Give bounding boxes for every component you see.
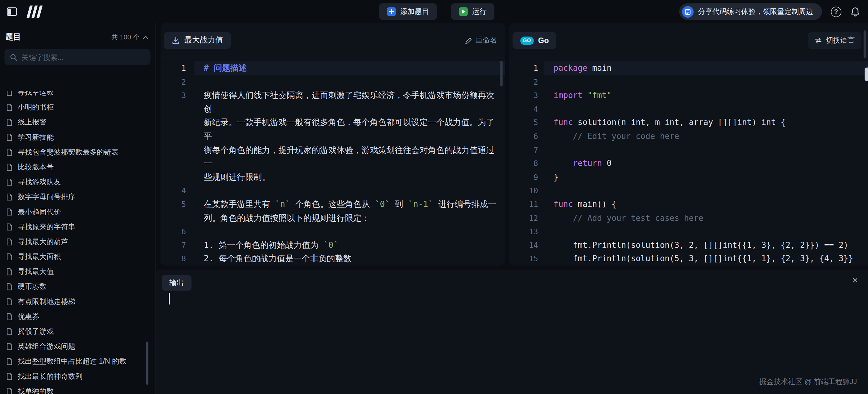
line-content: 疫情使得人们线下社交隔离，进而刺激了宅娱乐经济，令手机游戏市场份额再次创	[194, 89, 505, 116]
document-icon	[6, 148, 13, 156]
switch-language-button[interactable]: 切换语言	[807, 32, 861, 49]
bell-icon[interactable]	[850, 6, 860, 17]
code-editor-scrollbar[interactable]	[864, 30, 866, 58]
editor-line: 82. 每个角色的战力值是一个非负的整数	[160, 252, 505, 266]
share-banner[interactable]: 分享代码练习体验，领限量定制周边	[679, 3, 822, 20]
language-label: Go	[538, 36, 549, 45]
sidebar-item-label: 有点限制地走楼梯	[18, 297, 75, 306]
line-number	[160, 143, 193, 170]
problem-panel: 最大战力值 重命名 1# 问题描述23疫情使得人们线下社交隔离，进而刺激了宅娱乐…	[160, 23, 505, 266]
sidebar-item[interactable]: 摇骰子游戏	[0, 324, 155, 339]
sidebar-item-label: 比较版本号	[18, 162, 54, 172]
output-panel[interactable]: 输出 × 掘金技术社区 @ 前端工程狮JJ	[156, 270, 868, 394]
editor-line: 3import "fmt"	[509, 89, 868, 102]
search-input[interactable]	[22, 53, 145, 61]
sidebar-item[interactable]: 小明的书柜	[0, 99, 155, 115]
line-content: func solution(n int, m int, array [][]in…	[544, 116, 868, 130]
sidebar: 题目 共 100 个 寻找幸运数小明的书柜线上报警学习新技能寻找包含斐波那契数最…	[0, 23, 155, 394]
problem-editor[interactable]: 1# 问题描述23疫情使得人们线下社交隔离，进而刺激了宅娱乐经济，令手机游戏市场…	[160, 58, 505, 266]
editor-line: 13	[509, 225, 868, 239]
juejin-logo[interactable]	[25, 5, 44, 18]
line-number: 2	[160, 75, 193, 89]
sidebar-item[interactable]: 寻找幸运数	[0, 91, 155, 100]
line-number: 14	[509, 239, 544, 252]
sidebar-item-label: 寻找最大面积	[18, 252, 61, 262]
sidebar-item-label: 学习新技能	[18, 132, 54, 142]
document-icon	[6, 327, 13, 335]
code-panel: GO Go 切换语言 1package main23import "fmt"45…	[509, 23, 868, 266]
line-content: fmt.Println(solution(3, 2, [][]int{{1, 3…	[544, 239, 868, 252]
collapse-sidebar-button[interactable]	[4, 4, 19, 19]
editor-line: 6	[160, 225, 505, 239]
language-button[interactable]: GO Go	[513, 32, 557, 49]
sidebar-item[interactable]: 线上报警	[0, 115, 155, 129]
sidebar-item[interactable]: 寻找最大面积	[0, 249, 155, 264]
sidebar-item[interactable]: 寻找最大值	[0, 264, 155, 279]
problem-title-button[interactable]: 最大战力值	[164, 32, 231, 49]
sidebar-item-label: 寻找最大的葫芦	[18, 237, 68, 247]
document-icon	[6, 372, 13, 380]
sidebar-item[interactable]: 寻找最大的葫芦	[0, 234, 155, 249]
editor-line: 衡每个角色的能力，提升玩家的游戏体验，游戏策划往往会对角色的战力值通过一	[160, 143, 505, 170]
line-number	[160, 116, 193, 143]
editor-line: 2	[160, 75, 505, 89]
sidebar-item-label: 寻找原来的字符串	[18, 222, 75, 232]
sidebar-scrollbar[interactable]	[146, 341, 148, 385]
line-content	[544, 184, 868, 198]
close-icon[interactable]: ×	[852, 275, 858, 285]
line-content: import "fmt"	[544, 89, 868, 102]
problem-editor-scrollbar[interactable]	[500, 61, 502, 86]
switch-language-label: 切换语言	[826, 35, 855, 45]
sidebar-item[interactable]: 寻找包含斐波那契数最多的链表	[0, 145, 155, 159]
sidebar-item-label: 找出整型数组中占比超过 1/N 的数	[18, 356, 127, 366]
sidebar-item[interactable]: 数字字母问号排序	[0, 189, 155, 204]
editor-line: 1# 问题描述	[160, 61, 505, 75]
line-content: package main	[544, 61, 868, 75]
editor-line: 71. 第一个角色的初始战力值为 `0`	[160, 239, 505, 252]
line-number: 9	[509, 170, 544, 184]
help-glyph: ?	[834, 8, 838, 16]
run-button[interactable]: 运行	[451, 3, 494, 20]
output-tab[interactable]: 输出	[162, 275, 191, 291]
chevron-up-icon[interactable]	[143, 35, 148, 39]
editor-line: 5func solution(n int, m int, array [][]i…	[509, 116, 868, 130]
sidebar-item-label: 数字字母问号排序	[18, 192, 75, 202]
floating-widget-clipped[interactable]	[865, 68, 868, 81]
line-number: 8	[160, 252, 193, 266]
line-content	[194, 225, 505, 239]
editor-line: 9}	[509, 170, 868, 184]
document-icon	[6, 283, 13, 291]
line-content: // Edit your code here	[544, 130, 868, 143]
code-editor[interactable]: 1package main23import "fmt"45func soluti…	[509, 58, 868, 266]
sidebar-item[interactable]: 硬币凑数	[0, 279, 155, 294]
document-icon	[6, 387, 13, 394]
sidebar-item[interactable]: 找出最长的神奇数列	[0, 369, 155, 384]
code-editor-lines: 1package main23import "fmt"45func soluti…	[509, 61, 868, 266]
line-number: 8	[509, 157, 544, 170]
editor-line: 5在某款手游里共有 `n` 个角色。这些角色从 `0` 到 `n-1` 进行编号…	[160, 198, 505, 211]
search-icon	[10, 53, 17, 60]
sidebar-item[interactable]: 寻找游戏队友	[0, 174, 155, 189]
line-number: 1	[160, 61, 193, 75]
sidebar-item[interactable]: 比较版本号	[0, 159, 155, 174]
sidebar-item[interactable]: 英雄组合游戏问题	[0, 339, 155, 354]
sidebar-item[interactable]: 寻找原来的字符串	[0, 219, 155, 234]
document-icon	[6, 268, 13, 275]
sidebar-item[interactable]: 最小趋同代价	[0, 204, 155, 219]
sidebar-item[interactable]: 有点限制地走楼梯	[0, 294, 155, 309]
line-content: return 0	[544, 157, 868, 170]
document-icon	[6, 208, 13, 216]
editor-line: 14 fmt.Println(solution(3, 2, [][]int{{1…	[509, 239, 868, 252]
help-icon[interactable]: ?	[831, 6, 841, 17]
line-number: 11	[509, 198, 544, 211]
sidebar-item[interactable]: 找出整型数组中占比超过 1/N 的数	[0, 354, 155, 369]
line-number	[160, 211, 193, 225]
sidebar-item[interactable]: 找单独的数	[0, 384, 155, 394]
search-box[interactable]	[4, 49, 151, 65]
line-content: 在某款手游里共有 `n` 个角色。这些角色从 `0` 到 `n-1` 进行编号排…	[194, 198, 505, 211]
sidebar-item[interactable]: 学习新技能	[0, 130, 155, 145]
sidebar-item[interactable]: 优惠券	[0, 309, 155, 324]
rename-button[interactable]: 重命名	[465, 35, 497, 45]
add-question-button[interactable]: 添加题目	[379, 3, 437, 20]
editor-line: 新纪录。一款手机游戏一般有很多角色，每个角色都可以设定一个战力值。为了平	[160, 116, 505, 143]
